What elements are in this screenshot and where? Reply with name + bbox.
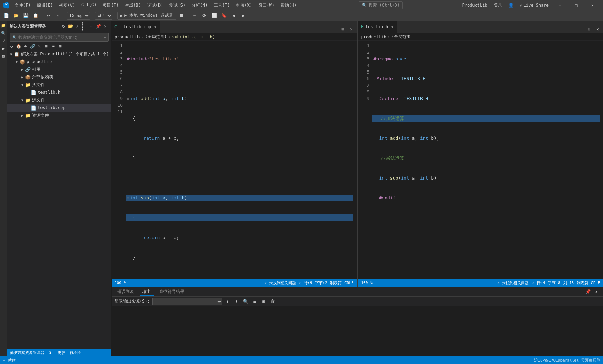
tree-solution[interactable]: ▼ 📋 解决方案'ProductLib'(1 个项目/共 1 个): [7, 50, 111, 58]
tree-project[interactable]: ▼ 📦 productLib: [7, 58, 111, 66]
sidebar-tb-2[interactable]: 🏠: [15, 43, 22, 50]
run-debugger-button[interactable]: ▶ ▶ 本地 Windows 调试器: [117, 12, 176, 20]
right-scrollbar[interactable]: [600, 41, 603, 279]
sidebar-pin-icon[interactable]: 📌: [95, 23, 102, 29]
toolbar-btn-5[interactable]: ◀: [230, 12, 238, 20]
right-zoom[interactable]: 100 %: [361, 281, 373, 285]
left-scrollbar[interactable]: [353, 41, 357, 279]
left-code-area[interactable]: 1 2 3 4 5 6 7 8 9 10 11 #include"testlib…: [112, 41, 357, 279]
sidebar-more-icon[interactable]: ⋯: [88, 23, 95, 29]
panel-tab-output[interactable]: 输出: [140, 288, 154, 296]
save-all-button[interactable]: 📋: [31, 12, 40, 20]
tree-testlib-h[interactable]: ▶ 📄 testlib.h: [7, 89, 111, 96]
activity-extensions[interactable]: ⊞: [0, 53, 7, 59]
left-line-info[interactable]: 行:9: [304, 280, 312, 286]
menu-help[interactable]: 帮助(H): [278, 2, 299, 9]
right-breadcrumb-scope[interactable]: (全局范围): [392, 34, 413, 40]
close-panel-button[interactable]: ✕: [348, 25, 355, 33]
breadcrumb-project[interactable]: productLib: [114, 35, 140, 39]
tree-source-files[interactable]: ▼ 📁 源文件: [7, 96, 111, 104]
left-no-issues[interactable]: ✔ 未找到相关问题: [265, 280, 296, 286]
menu-edit[interactable]: 编辑(E): [34, 2, 56, 9]
right-line-info[interactable]: 行:4: [537, 280, 545, 286]
sidebar-search-input[interactable]: [18, 35, 102, 40]
toolbar-btn-6[interactable]: ▶: [239, 12, 248, 20]
split-editor-button[interactable]: ⊞: [339, 25, 347, 33]
toolbar-btn-3[interactable]: ⬜: [210, 12, 218, 20]
debug-config-dropdown[interactable]: Debug: [67, 12, 90, 20]
sidebar-tb-8[interactable]: ⊟: [57, 43, 64, 50]
sidebar-bottom-link-2[interactable]: Git 更改: [49, 350, 66, 355]
login-button[interactable]: 登录: [490, 2, 506, 9]
platform-dropdown[interactable]: x64: [95, 12, 112, 20]
undo-button[interactable]: ↩: [44, 12, 53, 20]
toolbar-btn-1[interactable]: ⇒: [191, 12, 199, 20]
close-button[interactable]: ✕: [584, 0, 600, 10]
output-tb-2[interactable]: ⬇: [233, 298, 240, 305]
menu-project[interactable]: 项目(P): [100, 2, 121, 9]
left-line-ending[interactable]: CRLF: [344, 281, 354, 285]
tree-resource-files[interactable]: ▶ 📁 资源文件: [7, 112, 111, 119]
maximize-button[interactable]: □: [568, 0, 584, 10]
right-col-info[interactable]: 列:15: [563, 280, 574, 286]
right-split-button[interactable]: ⊞: [586, 25, 593, 33]
output-source-select[interactable]: [152, 298, 222, 305]
left-selection-info[interactable]: 制表符: [330, 280, 342, 286]
left-char-info[interactable]: 字节:2: [315, 280, 327, 286]
right-code-content[interactable]: #pragma once ⊖#ifndef _TESTLIB_H #define…: [372, 41, 600, 279]
tab-testlib-h-close[interactable]: ✕: [390, 24, 394, 30]
tree-references[interactable]: ▶ 🔗 引用: [7, 66, 111, 73]
git-status[interactable]: 就绪: [8, 358, 16, 363]
activity-search[interactable]: 🔍: [0, 30, 7, 36]
breadcrumb-func[interactable]: sub(int a, int b): [172, 35, 215, 39]
menu-window[interactable]: 窗口(W): [255, 2, 277, 9]
save-button[interactable]: 💾: [22, 12, 30, 20]
right-breadcrumb-project[interactable]: productLib: [361, 35, 386, 39]
menu-build[interactable]: 生成(B): [122, 2, 144, 9]
output-clear[interactable]: 🗑: [269, 298, 277, 305]
menu-tools[interactable]: 工具(T): [211, 2, 233, 9]
menu-analyze[interactable]: 分析(N): [189, 2, 210, 9]
right-line-ending[interactable]: CRLF: [591, 281, 601, 285]
activity-run[interactable]: ▶: [0, 45, 7, 52]
menu-view[interactable]: 视图(V): [56, 2, 78, 9]
sidebar-code-icon[interactable]: { }: [81, 23, 88, 29]
right-selection-info[interactable]: 制表符: [577, 280, 588, 286]
new-file-button[interactable]: 📄: [2, 12, 10, 20]
tab-testlib-cpp-close[interactable]: ✕: [153, 24, 157, 30]
sidebar-tb-3[interactable]: ⊕: [22, 43, 29, 50]
tree-headers[interactable]: ▼ 📁 头文件: [7, 81, 111, 89]
sidebar-folder-icon[interactable]: 📂: [67, 23, 74, 29]
sidebar-bottom-link-3[interactable]: 视图图: [70, 350, 81, 355]
panel-tab-errors[interactable]: 错误列表: [114, 288, 137, 296]
menu-git[interactable]: Git(G): [79, 2, 99, 9]
right-no-issues[interactable]: ✔ 未找到相关问题: [497, 280, 529, 286]
toolbar-btn-4[interactable]: 🔖: [220, 12, 228, 20]
output-tb-3[interactable]: 🔍: [242, 298, 250, 305]
toolbar-btn-2[interactable]: ⟳: [200, 12, 209, 20]
output-tb-4[interactable]: ≡: [251, 298, 259, 305]
sidebar-tb-6[interactable]: ⊞: [43, 43, 50, 50]
sidebar-tb-5[interactable]: ✎: [36, 43, 43, 50]
output-tb-5[interactable]: ⊞: [260, 298, 268, 305]
menu-extensions[interactable]: 扩展(X): [233, 2, 255, 9]
stop-button[interactable]: ⏹: [178, 12, 186, 20]
sidebar-bottom-link-1[interactable]: 解决方案资源管理器: [10, 350, 44, 355]
panel-pin-icon[interactable]: 📌: [584, 288, 592, 296]
sidebar-close-icon[interactable]: ✕: [102, 23, 109, 29]
right-close-button[interactable]: ✕: [594, 25, 602, 33]
open-button[interactable]: 📂: [12, 12, 20, 20]
tab-testlib-cpp[interactable]: C++ testlib.cpp ✕: [112, 21, 160, 33]
right-char-info[interactable]: 字节:8: [548, 280, 560, 286]
sidebar-search-box[interactable]: 🔍 ⌕: [10, 33, 109, 42]
right-code-area[interactable]: 1 2 3 4 5 6 7 8 9 #pragma once ⊖#ifndef …: [358, 41, 603, 279]
sidebar-sync-icon[interactable]: ↻: [60, 23, 67, 29]
breadcrumb-scope[interactable]: (全局范围): [145, 34, 166, 40]
sidebar-filter-icon[interactable]: ⚡: [74, 23, 81, 29]
sidebar-tb-7[interactable]: ≡: [50, 43, 57, 50]
panel-tab-find[interactable]: 查找符号结果: [156, 288, 187, 296]
minimize-button[interactable]: ─: [552, 0, 568, 10]
left-code-content[interactable]: #include"testlib.h" ⊖int add(int a, int …: [126, 41, 353, 279]
sidebar-tb-4[interactable]: 🔗: [29, 43, 36, 50]
menu-file[interactable]: 文件(F): [12, 2, 34, 9]
